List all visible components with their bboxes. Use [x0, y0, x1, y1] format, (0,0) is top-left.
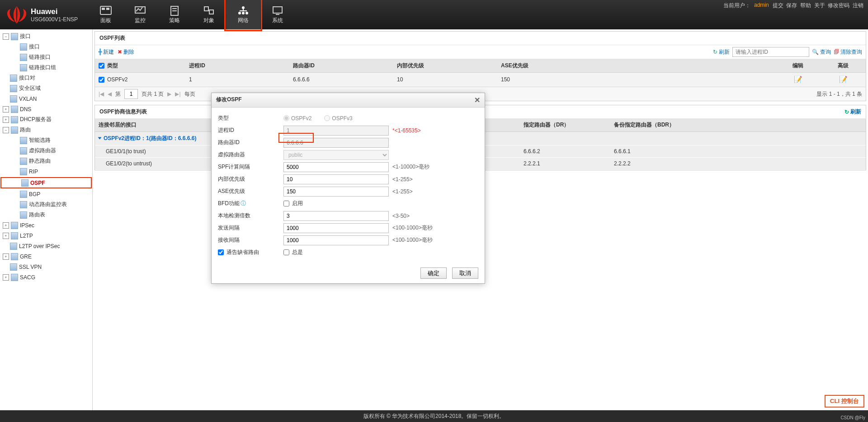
label-def: 通告缺省路由 — [226, 249, 259, 255]
sidebar-item-智能选路[interactable]: 智能选路 — [0, 135, 92, 145]
sidebar-item-虚拟路由器[interactable]: 虚拟路由器 — [0, 145, 92, 156]
smart-icon — [20, 137, 27, 144]
sidebar-item-DHCP服务器[interactable]: +DHCP服务器 — [0, 114, 92, 125]
ospf-icon — [21, 179, 28, 187]
pager-next[interactable]: ▶ — [167, 91, 171, 97]
watermark: CSDN @Fly — [840, 415, 865, 420]
nav-监控[interactable]: 监控 — [123, 0, 157, 29]
sidebar-item-链路接口[interactable]: 链路接口 — [0, 52, 92, 62]
clear-search-button[interactable]: 🗐清除查询 — [834, 48, 862, 56]
neighbor-title: OSPF协商信息列表 — [99, 108, 147, 116]
sidebar-item-L2TP over IPSec[interactable]: L2TP over IPSec — [0, 241, 92, 251]
rx-interval-input[interactable] — [283, 235, 389, 245]
sidebar-item-路由表[interactable]: 路由表 — [0, 210, 92, 220]
internal-priority-input[interactable] — [283, 174, 389, 184]
search-button[interactable]: 🔍查询 — [812, 48, 831, 56]
pager-total: 页共 1 页 — [142, 90, 164, 98]
nav-label: 网络 — [238, 17, 249, 24]
tree-toggle[interactable]: + — [3, 253, 9, 260]
bfd-enable-checkbox[interactable]: 启用 — [283, 200, 303, 207]
nav-网络[interactable]: 网络 — [226, 0, 260, 29]
sidebar-item-GRE[interactable]: +GRE — [0, 251, 92, 262]
tree-toggle[interactable]: + — [3, 117, 9, 123]
nav-icon — [168, 5, 181, 16]
sidebar-item-动态路由监控表[interactable]: 动态路由监控表 — [0, 199, 92, 210]
sidebar-item-RIP[interactable]: RIP — [0, 166, 92, 177]
edit-ospf-modal: 修改OSPF ✕ 类型 OSPFv2 OSPFv3 进程ID *<1-65535… — [211, 93, 485, 284]
sidebar-item-接口对[interactable]: 接口对 — [0, 73, 92, 83]
hint-rxi: <100-1000>毫秒 — [392, 236, 433, 244]
delete-button[interactable]: ✖删除 — [118, 48, 134, 56]
advanced-icon[interactable]: 📝 — [839, 75, 848, 83]
virtual-router-select[interactable]: public — [283, 150, 389, 160]
always-checkbox[interactable]: 总是 — [283, 249, 303, 256]
sidebar-item-接口[interactable]: 接口 — [0, 42, 92, 52]
ospf-col: ASE优先级 — [497, 59, 775, 73]
radio-ospfv2[interactable]: OSPFv2 — [283, 115, 311, 122]
sidebar-item-label: L2TP — [20, 233, 33, 239]
new-button[interactable]: ╋新建 — [99, 48, 114, 56]
header-link-修改密码[interactable]: 修改密码 — [828, 2, 849, 9]
sidebar-item-SACG[interactable]: +SACG — [0, 272, 92, 282]
detect-multiplier-input[interactable] — [283, 211, 389, 221]
sidebar-item-VXLAN[interactable]: VXLAN — [0, 94, 92, 104]
nav-系统[interactable]: 系统 — [260, 0, 295, 29]
cancel-button[interactable]: 取消 — [452, 267, 478, 279]
header-link-保存[interactable]: 保存 — [786, 2, 797, 9]
nav-面板[interactable]: 面板 — [89, 0, 123, 29]
spf-interval-input[interactable] — [283, 162, 389, 172]
svg-point-9 — [242, 6, 245, 9]
refresh-button[interactable]: ↻刷新 — [713, 48, 730, 56]
sidebar-item-OSPF[interactable]: OSPF — [0, 177, 92, 188]
cli-console-button[interactable]: CLI 控制台 — [825, 395, 864, 408]
edit-icon[interactable]: 📝 — [794, 75, 802, 83]
neighbor-refresh-button[interactable]: ↻刷新 — [844, 108, 861, 116]
sidebar-item-L2TP[interactable]: +L2TP — [0, 230, 92, 241]
pager-prev[interactable]: ◀ — [108, 91, 112, 97]
ok-button[interactable]: 确定 — [420, 267, 447, 279]
ase-priority-input[interactable] — [283, 187, 389, 197]
svg-rect-7 — [204, 7, 208, 11]
ospf-list-title: OSPF列表 — [95, 32, 866, 45]
select-all-checkbox[interactable] — [99, 63, 104, 69]
tree-toggle[interactable]: − — [3, 127, 9, 133]
advertise-default-checkbox[interactable] — [218, 249, 224, 255]
pair-icon — [10, 75, 17, 82]
nav-策略[interactable]: 策略 — [157, 0, 192, 29]
tree-toggle[interactable]: + — [3, 274, 9, 281]
sidebar-item-路由[interactable]: −路由 — [0, 125, 92, 135]
tree-toggle[interactable]: + — [3, 222, 9, 229]
ospf-row[interactable]: OSPFv216.6.6.610150📝📝 — [95, 73, 866, 87]
pager-first[interactable]: |◀ — [99, 91, 104, 97]
label-rxi: 接收间隔 — [218, 236, 283, 244]
router-id-input[interactable] — [283, 138, 389, 148]
pager-page-label: 第 — [115, 90, 121, 98]
process-id-input[interactable] — [283, 126, 389, 136]
tree-toggle[interactable]: + — [3, 106, 9, 113]
sidebar-item-接口[interactable]: −接口 — [0, 31, 92, 42]
row-checkbox[interactable] — [99, 77, 104, 83]
header-link-提交[interactable]: 提交 — [773, 2, 783, 9]
sidebar-item-DNS[interactable]: +DNS — [0, 104, 92, 114]
header-link-关于[interactable]: 关于 — [814, 2, 825, 9]
sidebar-item-BGP[interactable]: BGP — [0, 189, 92, 199]
nav-对象[interactable]: 对象 — [192, 0, 226, 29]
gre-icon — [11, 253, 18, 260]
header-link-注销[interactable]: 注销 — [853, 2, 863, 9]
help-icon[interactable]: ⓘ — [241, 200, 246, 206]
search-input[interactable] — [732, 47, 809, 57]
sidebar-item-IPSec[interactable]: +IPSec — [0, 220, 92, 230]
sidebar-item-链路接口组[interactable]: 链路接口组 — [0, 62, 92, 73]
nav-icon — [99, 5, 112, 16]
close-icon[interactable]: ✕ — [474, 96, 480, 104]
tree-toggle[interactable]: + — [3, 233, 9, 239]
header-link-帮助[interactable]: 帮助 — [800, 2, 811, 9]
sidebar-item-安全区域[interactable]: 安全区域 — [0, 83, 92, 94]
sidebar-item-静态路由[interactable]: 静态路由 — [0, 156, 92, 166]
tx-interval-input[interactable] — [283, 223, 389, 233]
radio-ospfv3[interactable]: OSPFv3 — [324, 115, 352, 122]
pager-last[interactable]: ▶| — [175, 91, 180, 97]
sidebar-item-SSL VPN[interactable]: SSL VPN — [0, 262, 92, 272]
tree-toggle[interactable]: − — [3, 33, 9, 40]
pager-page-input[interactable] — [124, 89, 138, 99]
